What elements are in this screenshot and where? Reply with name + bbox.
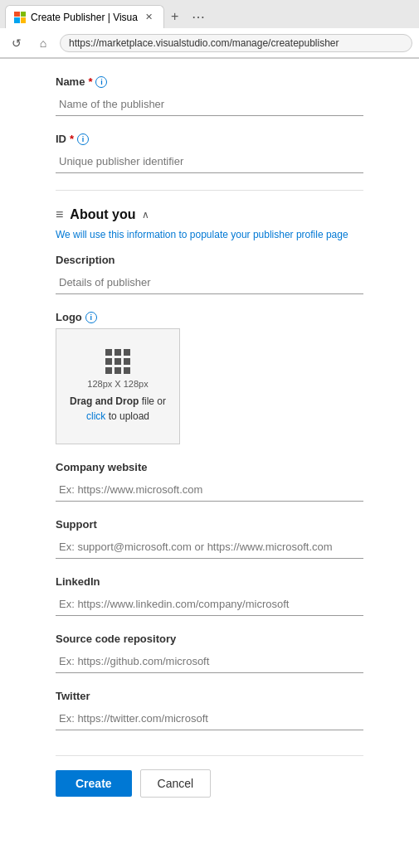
id-label-text: ID xyxy=(56,133,66,145)
name-required-star: * xyxy=(88,75,92,88)
logo-grid-icon xyxy=(105,349,130,374)
name-input[interactable] xyxy=(56,93,363,116)
company-website-input[interactable] xyxy=(56,478,363,502)
drag-drop-upload-text: to upload xyxy=(105,410,149,422)
tab-menu-button[interactable]: ⋯ xyxy=(185,9,212,25)
drag-drop-or: file or xyxy=(139,395,166,407)
logo-field-group: Logo i 128px X 128px Drag and Drop file … xyxy=(56,311,363,444)
browser-chrome: Create Publisher | Visua ✕ + ⋯ ↺ ⌂ xyxy=(0,0,419,59)
logo-info-icon[interactable]: i xyxy=(85,312,97,323)
linkedin-field-group: LinkedIn xyxy=(56,575,363,616)
section-subtitle: We will use this information to populate… xyxy=(56,229,363,240)
drag-drop-text: Drag and Drop file or click to upload xyxy=(70,394,166,424)
id-field-group: ID * i xyxy=(56,133,363,173)
section-icon: ≡ xyxy=(56,207,63,222)
company-website-label: Company website xyxy=(56,461,363,473)
id-required-star: * xyxy=(70,133,74,145)
source-code-field-group: Source code repository xyxy=(56,633,363,673)
drag-drop-click-link[interactable]: click xyxy=(86,410,105,422)
ms-favicon xyxy=(14,12,26,23)
twitter-field-group: Twitter xyxy=(56,690,363,730)
tab-close-button[interactable]: ✕ xyxy=(143,10,155,24)
id-info-icon[interactable]: i xyxy=(77,133,89,145)
collapse-icon[interactable]: ∧ xyxy=(142,209,149,221)
support-label: Support xyxy=(56,518,363,531)
description-field-group: Description xyxy=(56,254,363,294)
section-divider xyxy=(56,190,363,191)
about-you-section-header: ≡ About you ∧ xyxy=(56,207,363,222)
logo-size-text: 128px X 128px xyxy=(87,379,148,389)
page-content: Name * i ID * i ≡ About you ∧ We will us… xyxy=(0,59,419,868)
cancel-button[interactable]: Cancel xyxy=(140,769,212,798)
description-input[interactable] xyxy=(56,271,363,294)
drag-drop-bold: Drag and Drop xyxy=(70,395,139,407)
name-label: Name * i xyxy=(56,75,363,88)
linkedin-label: LinkedIn xyxy=(56,575,363,588)
address-bar-row: ↺ ⌂ xyxy=(0,28,419,58)
source-code-label: Source code repository xyxy=(56,633,363,645)
linkedin-input[interactable] xyxy=(56,593,363,616)
support-field-group: Support xyxy=(56,518,363,559)
company-website-field-group: Company website xyxy=(56,461,363,502)
logo-upload-area[interactable]: 128px X 128px Drag and Drop file or clic… xyxy=(56,328,180,444)
refresh-button[interactable]: ↺ xyxy=(7,33,27,53)
logo-label: Logo i xyxy=(56,311,363,323)
id-label: ID * i xyxy=(56,133,363,145)
tab-bar: Create Publisher | Visua ✕ + ⋯ xyxy=(0,0,419,28)
twitter-label: Twitter xyxy=(56,690,363,702)
name-info-icon[interactable]: i xyxy=(95,76,107,88)
source-code-input[interactable] xyxy=(56,650,363,673)
support-input[interactable] xyxy=(56,536,363,559)
name-label-text: Name xyxy=(56,75,85,88)
new-tab-button[interactable]: + xyxy=(164,9,185,24)
id-input[interactable] xyxy=(56,150,363,173)
section-title: About you xyxy=(70,207,135,222)
home-button[interactable]: ⌂ xyxy=(33,33,53,53)
create-button[interactable]: Create xyxy=(56,770,132,797)
twitter-input[interactable] xyxy=(56,707,363,730)
address-input[interactable] xyxy=(60,34,412,52)
active-tab: Create Publisher | Visua ✕ xyxy=(5,5,164,28)
logo-label-text: Logo xyxy=(56,311,82,323)
tab-title: Create Publisher | Visua xyxy=(31,12,138,23)
description-label: Description xyxy=(56,254,363,266)
button-row: Create Cancel xyxy=(56,755,363,798)
name-field-group: Name * i xyxy=(56,75,363,116)
